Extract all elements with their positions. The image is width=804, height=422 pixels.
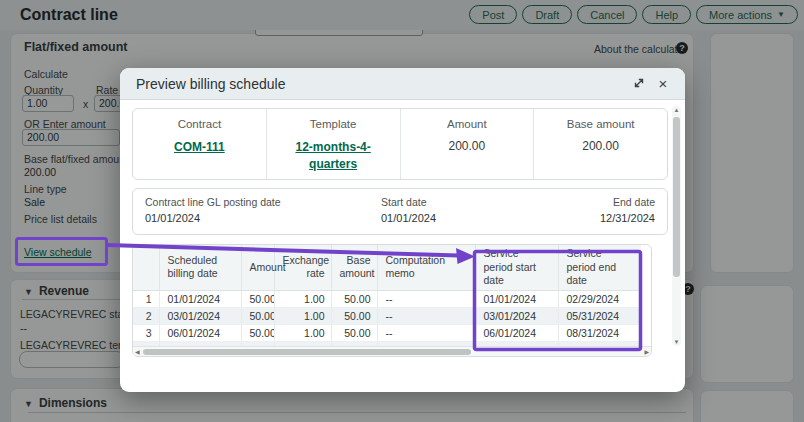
billing-schedule-table-container: Scheduled billing date Amount Exchange r…	[132, 244, 652, 357]
summary-template: Template 12-months-4-quarters	[266, 109, 400, 179]
preview-billing-schedule-modal: Preview billing schedule × Contract COM-…	[120, 68, 685, 392]
vertical-scrollbar[interactable]: ▲ ▼	[672, 106, 681, 346]
modal-header: Preview billing schedule ×	[120, 68, 685, 100]
gl-posting-date: Contract line GL posting date 01/01/2024	[145, 196, 281, 224]
scroll-right-icon[interactable]: ▶	[644, 348, 649, 356]
dates-strip: Contract line GL posting date 01/01/2024…	[132, 188, 668, 235]
summary-base-amount: Base amount 200.00	[533, 109, 667, 179]
scroll-left-icon[interactable]: ◀	[135, 348, 140, 356]
col-service-period-start: Service period start date	[475, 245, 558, 290]
vertical-scrollbar-thumb[interactable]	[673, 117, 680, 277]
start-date: Start date 01/01/2024	[381, 196, 436, 224]
table-row: 1 01/01/2024 50.00 1.00 50.00 -- 01/01/2…	[133, 290, 641, 307]
col-scheduled-billing-date: Scheduled billing date	[159, 245, 241, 290]
summary-strip: Contract COM-111 Template 12-months-4-qu…	[132, 108, 668, 180]
screen: ▼ Contract line Post Draft Cancel Help M…	[0, 0, 804, 422]
col-computation-memo: Computation memo	[377, 245, 475, 290]
close-icon[interactable]: ×	[655, 76, 671, 92]
modal-title: Preview billing schedule	[136, 76, 285, 92]
table-row: 2 03/01/2024 50.00 1.00 50.00 -- 03/01/2…	[133, 307, 641, 324]
horizontal-scrollbar[interactable]: ◀ ▶	[133, 346, 651, 356]
billing-schedule-table: Scheduled billing date Amount Exchange r…	[133, 245, 641, 357]
col-service-period-end: Service period end date	[558, 245, 641, 290]
summary-contract: Contract COM-111	[133, 109, 266, 179]
contract-link[interactable]: COM-111	[144, 139, 254, 156]
expand-icon[interactable]	[631, 76, 647, 92]
scroll-up-icon[interactable]: ▲	[672, 107, 681, 113]
end-date: End date 12/31/2024	[600, 196, 655, 224]
table-row: 3 06/01/2024 50.00 1.00 50.00 -- 06/01/2…	[133, 324, 641, 341]
summary-amount: Amount 200.00	[400, 109, 534, 179]
col-base-amount: Base amount	[331, 245, 377, 290]
template-link[interactable]: 12-months-4-quarters	[278, 139, 388, 174]
horizontal-scrollbar-thumb[interactable]	[143, 349, 471, 355]
col-amount: Amount	[241, 245, 274, 290]
scroll-down-icon[interactable]: ▼	[672, 339, 681, 345]
table-header-row: Scheduled billing date Amount Exchange r…	[133, 245, 641, 290]
